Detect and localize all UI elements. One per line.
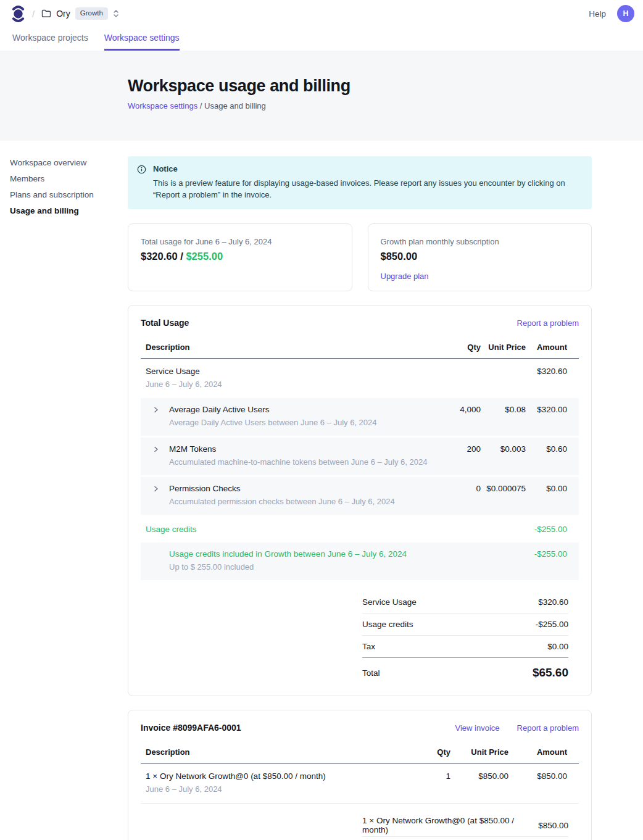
row-amount: $0.00 <box>526 484 567 493</box>
info-icon <box>137 165 146 201</box>
row-amount: $850.00 <box>508 771 567 781</box>
table-row-m2m-tokens[interactable]: M2M Tokens Accumulated machine-to-machin… <box>141 438 579 475</box>
help-link[interactable]: Help <box>589 9 606 19</box>
col-amount: Amount <box>526 343 567 352</box>
chevron-right-icon[interactable] <box>153 486 159 507</box>
usage-amount: $320.60 <box>141 251 178 262</box>
col-amount: Amount <box>508 747 567 757</box>
table-row-invoice-item: 1 × Ory Network Growth@0 (at $850.00 / m… <box>141 763 579 804</box>
invoice-summary: 1 × Ory Network Growth@0 (at $850.00 / m… <box>362 815 568 840</box>
report-problem-link[interactable]: Report a problem <box>517 318 579 328</box>
sidebar-item-members[interactable]: Members <box>10 175 118 183</box>
row-name: Average Daily Active Users <box>169 405 377 415</box>
row-amount: -$255.00 <box>526 549 567 559</box>
row-amount: -$255.00 <box>526 525 567 534</box>
tab-workspace-projects[interactable]: Workspace projects <box>12 33 88 51</box>
summary-label: Tax <box>362 642 375 651</box>
sidebar-item-usage-and-billing[interactable]: Usage and billing <box>10 207 118 215</box>
plan-label: Growth plan monthly subscription <box>381 237 579 246</box>
row-unit-price: $0.08 <box>481 405 526 414</box>
page-header: Workspace usage and billing Workspace se… <box>0 51 643 141</box>
main-content: Notice This is a preview feature for dis… <box>128 141 592 840</box>
table-row-usage-credits-included: Usage credits included in Growth between… <box>141 543 579 580</box>
row-qty: 0 <box>444 484 481 493</box>
breadcrumb-current: Usage and billing <box>204 101 266 110</box>
row-description: Up to $ 255.00 included <box>169 562 407 573</box>
row-amount: $0.60 <box>526 444 567 454</box>
row-period: June 6 – July 6, 2024 <box>146 380 444 390</box>
workspace-switcher[interactable]: Ory Growth <box>41 7 119 20</box>
summary-value: -$255.00 <box>536 620 568 629</box>
settings-sidebar: Workspace overview Members Plans and sub… <box>10 159 118 223</box>
usage-credit-amount: $255.00 <box>186 251 223 262</box>
table-row-service-usage: Service Usage June 6 – July 6, 2024 $320… <box>141 359 579 398</box>
summary-row-service-usage: Service Usage $320.60 <box>362 591 568 613</box>
row-qty: 1 <box>401 771 450 781</box>
plan-card: Growth plan monthly subscription $850.00… <box>368 223 592 291</box>
report-problem-link[interactable]: Report a problem <box>517 723 579 733</box>
summary-label: 1 × Ory Network Growth@0 (at $850.00 / m… <box>362 816 538 834</box>
total-usage-card: Total usage for June 6 – July 6, 2024 $3… <box>128 223 352 291</box>
invoice-table: Description Qty Unit Price Amount 1 × Or… <box>141 742 579 840</box>
usage-summary: Service Usage $320.60 Usage credits -$25… <box>362 591 568 682</box>
summary-row-item: 1 × Ory Network Growth@0 (at $850.00 / m… <box>362 815 568 837</box>
sidebar-item-plans-and-subscription[interactable]: Plans and subscription <box>10 191 118 199</box>
plan-price: $850.00 <box>381 251 579 262</box>
row-period: June 6 – July 6, 2024 <box>146 784 401 795</box>
total-usage-panel: Total Usage Report a problem Description… <box>128 305 592 696</box>
row-name: M2M Tokens <box>169 444 427 455</box>
summary-row-total: Total $65.60 <box>362 658 568 682</box>
row-name: Permission Checks <box>169 484 395 494</box>
view-invoice-link[interactable]: View invoice <box>455 723 500 733</box>
summary-row-tax: Tax $0.00 <box>362 837 568 840</box>
upgrade-plan-link[interactable]: Upgrade plan <box>381 272 429 281</box>
chevron-right-icon[interactable] <box>153 446 159 468</box>
breadcrumb: Workspace settings / Usage and billing <box>128 101 643 110</box>
row-unit-price: $850.00 <box>450 771 508 781</box>
col-qty: Qty <box>401 747 450 757</box>
col-unit-price: Unit Price <box>450 747 508 757</box>
summary-value: $320.60 <box>538 597 568 607</box>
ory-logo-icon[interactable] <box>11 5 25 23</box>
summary-label: Service Usage <box>362 597 417 607</box>
chevron-right-icon[interactable] <box>153 407 159 428</box>
workspace-tabs: Workspace projects Workspace settings <box>0 27 643 51</box>
row-unit-price: $0.000075 <box>481 484 526 493</box>
table-row-average-daily-active-users[interactable]: Average Daily Active Users Average Daily… <box>141 398 579 436</box>
notice-title: Notice <box>153 164 582 173</box>
workspace-name: Ory <box>56 9 70 19</box>
plan-badge: Growth <box>75 7 108 20</box>
total-usage-value: $320.60 / $255.00 <box>141 251 339 262</box>
notice-banner: Notice This is a preview feature for dis… <box>128 156 592 209</box>
table-row-usage-credits: Usage credits -$255.00 <box>141 517 579 543</box>
topbar: / Ory Growth Help H <box>0 0 643 27</box>
breadcrumb-separator: / <box>200 101 202 110</box>
notice-body: This is a preview feature for displaying… <box>153 177 582 201</box>
row-description: Accumulated permission checks between Ju… <box>169 497 395 507</box>
sidebar-item-workspace-overview[interactable]: Workspace overview <box>10 159 118 167</box>
invoice-title: Invoice #8099AFA6-0001 <box>141 723 241 733</box>
usage-panel-title: Total Usage <box>141 318 189 328</box>
row-amount: $320.60 <box>526 367 567 376</box>
row-amount: $320.00 <box>526 405 567 414</box>
avatar[interactable]: H <box>617 5 634 22</box>
breadcrumb-link-workspace-settings[interactable]: Workspace settings <box>128 101 197 110</box>
col-unit-price: Unit Price <box>481 343 526 352</box>
summary-row-usage-credits: Usage credits -$255.00 <box>362 613 568 636</box>
summary-row-tax: Tax $0.00 <box>362 636 568 658</box>
col-qty: Qty <box>444 343 481 352</box>
folder-icon <box>41 9 51 18</box>
invoice-panel: Invoice #8099AFA6-0001 View invoice Repo… <box>128 710 592 840</box>
row-name: Usage credits included in Growth between… <box>169 549 407 560</box>
table-row-permission-checks[interactable]: Permission Checks Accumulated permission… <box>141 477 579 515</box>
chevron-up-down-icon[interactable] <box>113 9 119 18</box>
usage-separator: / <box>178 251 186 262</box>
total-usage-label: Total usage for June 6 – July 6, 2024 <box>141 237 339 246</box>
row-unit-price: $0.003 <box>481 444 526 454</box>
row-qty: 200 <box>444 444 481 454</box>
col-description: Description <box>146 747 401 757</box>
tab-workspace-settings[interactable]: Workspace settings <box>104 33 180 51</box>
row-qty: 4,000 <box>444 405 481 414</box>
usage-table-header: Description Qty Unit Price Amount <box>141 338 579 359</box>
row-name: Usage credits <box>146 525 444 535</box>
